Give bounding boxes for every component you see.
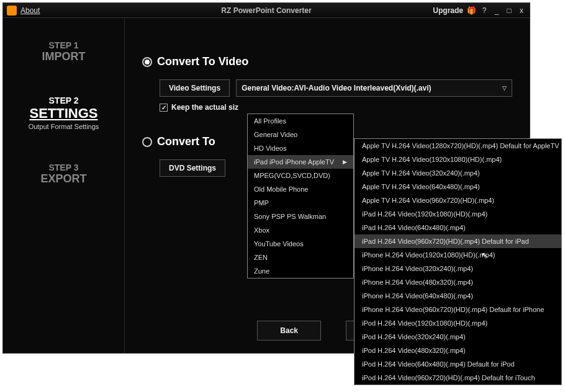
step-name: EXPORT xyxy=(40,172,86,185)
sidebar-step-settings[interactable]: STEP 2 SETTINGS Output Format Settings xyxy=(29,96,99,130)
submenu-item[interactable]: iPod H.264 Video(640x480)(.mp4) Default … xyxy=(355,357,561,371)
about-link[interactable]: About xyxy=(20,6,40,15)
sidebar: STEP 1 IMPORT STEP 2 SETTINGS Output For… xyxy=(3,18,125,353)
submenu-item[interactable]: Apple TV H.264 Video(320x240)(.mp4) xyxy=(355,166,561,180)
menu-item[interactable]: Sony PSP PS Walkman xyxy=(248,210,353,223)
profile-category-menu[interactable]: All ProfilesGeneral VideoHD VideosiPad i… xyxy=(247,114,354,278)
convert-dvd-label: Convert To xyxy=(157,135,215,148)
dropdown-value: General Video:AVI-Audio Video Interleave… xyxy=(242,84,431,92)
titlebar-right: Upgrade 🎁 ? _ □ x xyxy=(433,6,530,15)
menu-item[interactable]: iPad iPod iPhone AppleTV▶ xyxy=(248,155,353,169)
convert-to-video-row: Convert To Video xyxy=(142,55,512,68)
menu-item[interactable]: HD Videos xyxy=(248,141,353,155)
menu-item[interactable]: PMP xyxy=(248,196,353,210)
sidebar-step-import[interactable]: STEP 1 IMPORT xyxy=(42,40,86,63)
submenu-arrow-icon: ▶ xyxy=(343,159,347,165)
submenu-item[interactable]: iPhone H.264 Video(480x320)(.mp4) xyxy=(355,275,561,289)
submenu-item[interactable]: iPod H.264 Video(480x320)(.mp4) xyxy=(355,344,561,357)
step-name: SETTINGS xyxy=(29,105,99,122)
keep-size-row: ✓ Keep the actual siz xyxy=(160,103,512,112)
chevron-down-icon: ▽ xyxy=(502,85,507,91)
submenu-item[interactable]: iPod H.264 Video(960x720)(HD)(.mp4) Defa… xyxy=(355,371,561,385)
submenu-item[interactable]: iPod H.264 Video(320x240)(.mp4) xyxy=(355,330,561,344)
video-settings-row: Video Settings General Video:AVI-Audio V… xyxy=(160,79,512,97)
convert-video-radio[interactable] xyxy=(142,57,152,67)
submenu-item[interactable]: iPhone H.264 Video(960x720)(HD)(.mp4) De… xyxy=(355,303,561,316)
keep-size-label: Keep the actual siz xyxy=(171,103,238,112)
submenu-item[interactable]: Apple TV H.264 Video(1280x720)(HD)(.mp4)… xyxy=(355,139,561,153)
profile-submenu[interactable]: Apple TV H.264 Video(1280x720)(HD)(.mp4)… xyxy=(354,138,562,385)
convert-dvd-radio[interactable] xyxy=(142,137,152,147)
minimize-button[interactable]: _ xyxy=(492,6,501,15)
menu-item[interactable]: Xbox xyxy=(248,223,353,237)
step-subtitle: Output Format Settings xyxy=(29,123,99,130)
video-settings-button[interactable]: Video Settings xyxy=(160,79,230,97)
keep-size-checkbox[interactable]: ✓ xyxy=(160,104,168,112)
menu-item[interactable]: All Profiles xyxy=(248,114,353,128)
menu-item[interactable]: General Video xyxy=(248,128,353,141)
submenu-item[interactable]: Apple TV H.264 Video(640x480)(.mp4) xyxy=(355,180,561,194)
titlebar: About RZ PowerPoint Converter Upgrade 🎁 … xyxy=(3,3,530,18)
close-button[interactable]: x xyxy=(517,6,526,15)
submenu-item[interactable]: iPhone H.264 Video(1920x1080)(HD)(.mp4) xyxy=(355,248,561,262)
step-name: IMPORT xyxy=(42,50,86,63)
upgrade-link[interactable]: Upgrade xyxy=(433,6,463,15)
maximize-button[interactable]: □ xyxy=(505,6,513,15)
step-number: STEP 1 xyxy=(42,40,86,50)
window-title: RZ PowerPoint Converter xyxy=(221,6,311,15)
help-button[interactable]: ? xyxy=(480,6,489,15)
submenu-item[interactable]: iPod H.264 Video(1920x1080)(HD)(.mp4) xyxy=(355,316,561,330)
menu-item[interactable]: Zune xyxy=(248,264,353,278)
sidebar-step-export[interactable]: STEP 3 EXPORT xyxy=(40,163,86,185)
menu-item[interactable]: MPEG(VCD,SVCD,DVD) xyxy=(248,169,353,182)
step-number: STEP 3 xyxy=(40,163,86,172)
convert-video-label: Convert To Video xyxy=(157,55,248,68)
submenu-item[interactable]: Apple TV H.264 Video(960x720)(HD)(.mp4) xyxy=(355,194,561,207)
submenu-item[interactable]: iPad H.264 Video(1920x1080)(HD)(.mp4) xyxy=(355,207,561,221)
menu-item[interactable]: ZEN xyxy=(248,251,353,264)
submenu-item[interactable]: iPad H.264 Video(640x480)(.mp4) xyxy=(355,221,561,234)
menu-item[interactable]: YouTube Videos xyxy=(248,237,353,251)
submenu-item[interactable]: iPhone H.264 Video(320x240)(.mp4) xyxy=(355,262,561,275)
back-button[interactable]: Back xyxy=(257,321,321,341)
video-format-dropdown[interactable]: General Video:AVI-Audio Video Interleave… xyxy=(236,79,512,97)
step-number: STEP 2 xyxy=(29,96,99,105)
menu-item[interactable]: Old Mobile Phone xyxy=(248,182,353,196)
dvd-settings-button[interactable]: DVD Settings xyxy=(160,159,225,177)
submenu-item[interactable]: iPhone H.264 Video(640x480)(.mp4) xyxy=(355,289,561,303)
gift-icon[interactable]: 🎁 xyxy=(467,6,476,15)
submenu-item[interactable]: Apple TV H.264 Video(1920x1080)(HD)(.mp4… xyxy=(355,153,561,166)
submenu-item[interactable]: iPad H.264 Video(960x720)(HD)(.mp4) Defa… xyxy=(355,234,561,248)
app-logo-icon xyxy=(7,6,17,16)
